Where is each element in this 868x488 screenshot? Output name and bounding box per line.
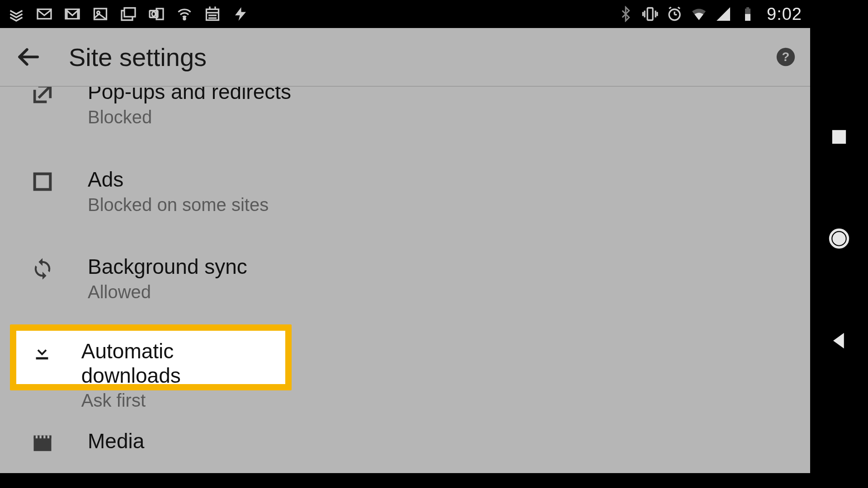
- page-title: Site settings: [69, 42, 207, 72]
- popup-icon: [20, 87, 65, 106]
- svg-point-43: [834, 234, 844, 244]
- svg-rect-34: [35, 174, 51, 190]
- back-button[interactable]: [12, 41, 44, 73]
- setting-subtitle: Blocked on some sites: [88, 195, 269, 215]
- setting-ads[interactable]: Ads Blocked on some sites: [0, 150, 810, 233]
- feedly-icon: [8, 6, 24, 22]
- setting-subtitle: Allowed: [88, 282, 247, 302]
- help-button[interactable]: ?: [776, 47, 796, 67]
- status-clock: 9:02: [767, 5, 802, 24]
- cell-signal-icon: [715, 6, 731, 22]
- svg-rect-40: [47, 436, 49, 439]
- setting-subtitle: Ask first: [81, 390, 264, 411]
- svg-rect-29: [746, 7, 749, 9]
- svg-point-7: [152, 12, 156, 16]
- calendar-icon: [204, 6, 221, 22]
- system-nav-bar: [810, 0, 868, 473]
- ads-icon: [20, 170, 65, 193]
- svg-rect-4: [124, 8, 135, 17]
- svg-rect-16: [647, 8, 653, 20]
- svg-text:?: ?: [782, 50, 790, 64]
- screens-icon: [120, 6, 137, 22]
- svg-marker-26: [717, 7, 730, 21]
- svg-line-33: [40, 87, 51, 97]
- sync-icon: [20, 257, 65, 281]
- settings-list: Pop-ups and redirects Blocked Ads Blocke…: [0, 87, 810, 473]
- setting-title: Background sync: [88, 255, 247, 278]
- nav-back-button[interactable]: [827, 329, 851, 352]
- nav-home-button[interactable]: [827, 227, 851, 250]
- svg-rect-38: [40, 436, 42, 439]
- highlight-automatic-downloads: Automatic downloads Ask first: [10, 324, 292, 390]
- setting-title: Media: [88, 430, 144, 453]
- outlook-icon: [148, 6, 165, 22]
- svg-rect-41: [832, 130, 846, 144]
- device-screen: 9:02 Site settings ?: [0, 0, 810, 473]
- setting-title: Ads: [88, 168, 269, 191]
- svg-marker-44: [833, 333, 844, 349]
- download-icon: [25, 342, 59, 362]
- vibrate-icon: [642, 6, 658, 22]
- setting-subtitle: Blocked: [88, 107, 291, 127]
- svg-line-25: [678, 7, 680, 9]
- setting-popups[interactable]: Pop-ups and redirects Blocked: [0, 87, 810, 145]
- wifi-small-icon: [176, 6, 193, 22]
- svg-marker-15: [235, 7, 246, 21]
- setting-background-sync[interactable]: Background sync Allowed: [0, 237, 810, 320]
- media-icon: [20, 432, 65, 455]
- setting-title: Pop-ups and redirects: [88, 87, 291, 103]
- photo-icon: [92, 6, 108, 22]
- svg-point-8: [184, 18, 185, 19]
- setting-title: Automatic downloads: [81, 339, 264, 388]
- svg-rect-39: [43, 436, 45, 439]
- mail-icon: [36, 6, 52, 22]
- setting-media[interactable]: Media: [0, 412, 810, 473]
- svg-line-24: [669, 7, 671, 9]
- setting-automatic-downloads[interactable]: Automatic downloads Ask first: [16, 331, 285, 419]
- bottom-strip: [0, 473, 868, 488]
- wifi-icon: [691, 6, 707, 22]
- alarm-icon: [666, 6, 683, 22]
- app-toolbar: Site settings ?: [0, 28, 810, 87]
- bolt-icon: [232, 6, 249, 22]
- svg-rect-28: [745, 14, 750, 21]
- nav-recents-button[interactable]: [827, 125, 851, 149]
- svg-rect-37: [36, 436, 38, 439]
- gmail-icon: [64, 6, 80, 22]
- bluetooth-icon: [618, 6, 634, 22]
- svg-rect-35: [36, 357, 48, 360]
- status-bar: 9:02: [0, 0, 810, 28]
- battery-icon: [740, 6, 756, 22]
